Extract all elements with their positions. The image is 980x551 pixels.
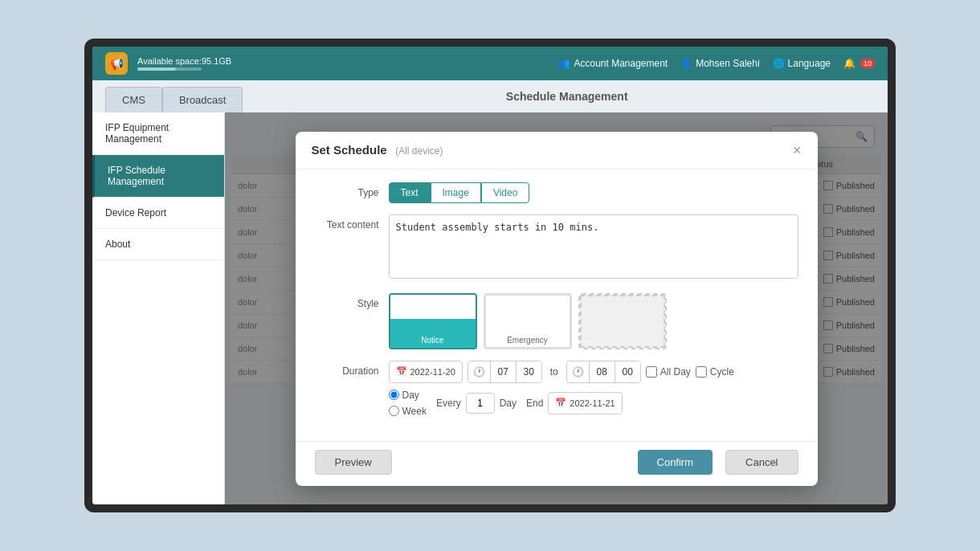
tab-cms[interactable]: CMS bbox=[105, 87, 162, 112]
nav-tabs: CMS Broadcast Schedule Management bbox=[92, 80, 888, 112]
type-btn-image[interactable]: Image bbox=[431, 182, 481, 203]
end-hour-input[interactable] bbox=[589, 361, 615, 382]
style-controls: Notice Emergency bbox=[389, 293, 798, 349]
all-day-checkbox-label[interactable]: All Day bbox=[646, 366, 691, 378]
modal-backdrop: Set Schedule (All device) × Type bbox=[225, 112, 888, 504]
all-day-checkbox[interactable] bbox=[646, 366, 657, 378]
start-time-group: 🕐 bbox=[468, 361, 542, 383]
notice-label: Notice bbox=[390, 336, 476, 345]
tab-broadcast[interactable]: Broadcast bbox=[162, 87, 243, 112]
every-group: Every Day bbox=[436, 393, 517, 414]
type-row: Type Text Image Video bbox=[315, 182, 798, 203]
type-btn-text[interactable]: Text bbox=[389, 182, 431, 203]
week-radio-text: Week bbox=[402, 406, 427, 417]
app-logo: 📢 bbox=[105, 52, 128, 75]
day-radio[interactable] bbox=[389, 390, 399, 400]
modal-footer: Preview Confirm Cancel bbox=[296, 441, 818, 486]
day-radio-label[interactable]: Day bbox=[389, 390, 427, 401]
modal-subtitle: (All device) bbox=[395, 145, 443, 157]
every-label: Every bbox=[436, 398, 461, 409]
page-title: Schedule Management bbox=[243, 87, 875, 112]
end-calendar-icon: 📅 bbox=[555, 398, 566, 408]
close-button[interactable]: × bbox=[793, 143, 802, 157]
header-nav: 👥 Account Management 👤 Mohsen Salehi 🌐 L… bbox=[558, 58, 875, 69]
start-hour-input[interactable] bbox=[490, 361, 516, 382]
day-radio-text: Day bbox=[402, 390, 419, 401]
account-icon: 👥 bbox=[558, 58, 570, 69]
to-label: to bbox=[547, 366, 561, 378]
laptop-frame: 📢 Available space:95.1GB 👥 Account Manag… bbox=[84, 39, 896, 512]
end-date-input[interactable]: 📅 2022-11-21 bbox=[548, 392, 622, 414]
every-value-input[interactable] bbox=[466, 393, 495, 414]
start-min-input[interactable] bbox=[516, 361, 541, 382]
modal-body: Type Text Image Video bbox=[296, 169, 818, 441]
notification-nav[interactable]: 🔔 10 bbox=[843, 58, 875, 69]
duration-row: Duration 📅 2022-11-20 bbox=[315, 361, 798, 417]
main-content: IFP Equipment Management IFP Schedule Ma… bbox=[92, 112, 888, 504]
account-management-nav[interactable]: 👥 Account Management bbox=[558, 58, 668, 69]
app-container: 📢 Available space:95.1GB 👥 Account Manag… bbox=[92, 47, 888, 504]
preview-button[interactable]: Preview bbox=[315, 450, 392, 475]
text-content-input[interactable]: Student assembly starts in 10 mins. bbox=[389, 214, 798, 279]
style-option-custom[interactable] bbox=[578, 293, 667, 349]
all-day-label: All Day bbox=[660, 366, 691, 378]
user-label: Mohsen Salehi bbox=[696, 58, 759, 69]
week-radio-label[interactable]: Week bbox=[389, 406, 427, 417]
type-controls: Text Image Video bbox=[389, 182, 798, 203]
sidebar: IFP Equipment Management IFP Schedule Ma… bbox=[92, 112, 225, 504]
sidebar-item-ifp-equipment[interactable]: IFP Equipment Management bbox=[92, 112, 224, 155]
account-label: Account Management bbox=[574, 58, 668, 69]
calendar-icon: 📅 bbox=[396, 366, 407, 377]
style-option-emergency[interactable]: Emergency bbox=[484, 293, 572, 349]
week-radio[interactable] bbox=[389, 406, 399, 416]
bell-icon: 🔔 bbox=[843, 58, 855, 69]
user-icon: 👤 bbox=[680, 58, 692, 69]
end-time-group: 🕐 bbox=[566, 361, 641, 383]
end-group: End 📅 2022-11-21 bbox=[526, 392, 623, 414]
confirm-button[interactable]: Confirm bbox=[638, 450, 713, 475]
set-schedule-modal: Set Schedule (All device) × Type bbox=[296, 132, 818, 486]
sidebar-item-about[interactable]: About bbox=[92, 229, 224, 260]
text-content-row: Text content Student assembly starts in … bbox=[315, 214, 798, 282]
duration-inputs: 📅 2022-11-20 🕐 bbox=[389, 361, 798, 383]
modal-header: Set Schedule (All device) × bbox=[296, 132, 818, 169]
radio-group: Day Week bbox=[389, 390, 427, 417]
style-options: Notice Emergency bbox=[389, 293, 798, 349]
start-date-input[interactable]: 📅 2022-11-20 bbox=[389, 361, 463, 383]
repeat-section: Day Week bbox=[389, 390, 798, 417]
type-label: Type bbox=[315, 182, 379, 198]
user-nav[interactable]: 👤 Mohsen Salehi bbox=[680, 58, 759, 69]
style-label: Style bbox=[315, 293, 379, 309]
modal-title-group: Set Schedule (All device) bbox=[312, 143, 443, 157]
sidebar-item-device-report[interactable]: Device Report bbox=[92, 198, 224, 229]
style-option-notice[interactable]: Notice bbox=[389, 293, 477, 349]
end-min-input[interactable] bbox=[615, 361, 640, 382]
every-unit-label: Day bbox=[500, 398, 517, 409]
sidebar-item-ifp-schedule[interactable]: IFP Schedule Management bbox=[92, 155, 224, 198]
cycle-label: Cycle bbox=[710, 366, 734, 378]
globe-icon: 🌐 bbox=[773, 58, 785, 69]
cancel-button[interactable]: Cancel bbox=[725, 450, 798, 475]
text-content-label: Text content bbox=[315, 214, 379, 231]
cycle-checkbox[interactable] bbox=[696, 366, 707, 378]
laptop-screen: 📢 Available space:95.1GB 👥 Account Manag… bbox=[92, 47, 888, 504]
cycle-checkbox-label[interactable]: Cycle bbox=[696, 366, 734, 378]
type-btn-video[interactable]: Video bbox=[481, 182, 529, 203]
end-date-value: 2022-11-21 bbox=[570, 398, 615, 408]
notification-badge: 10 bbox=[860, 59, 875, 68]
emergency-label: Emergency bbox=[485, 336, 570, 345]
language-nav[interactable]: 🌐 Language bbox=[773, 58, 831, 69]
end-label: End bbox=[526, 398, 543, 409]
footer-right: Confirm Cancel bbox=[638, 450, 798, 475]
clock-icon-end: 🕐 bbox=[567, 366, 589, 378]
duration-controls: 📅 2022-11-20 🕐 bbox=[389, 361, 798, 417]
clock-icon: 🕐 bbox=[468, 366, 490, 378]
style-row: Style bbox=[315, 293, 798, 349]
type-button-group: Text Image Video bbox=[389, 182, 798, 203]
text-content-controls: Student assembly starts in 10 mins. bbox=[389, 214, 798, 282]
content-area: Search 🔍 Status dolorPublished dolorPubl… bbox=[225, 112, 888, 504]
top-header: 📢 Available space:95.1GB 👥 Account Manag… bbox=[92, 47, 888, 80]
language-label: Language bbox=[788, 58, 831, 69]
duration-label: Duration bbox=[315, 361, 379, 377]
modal-title: Set Schedule bbox=[312, 143, 387, 157]
